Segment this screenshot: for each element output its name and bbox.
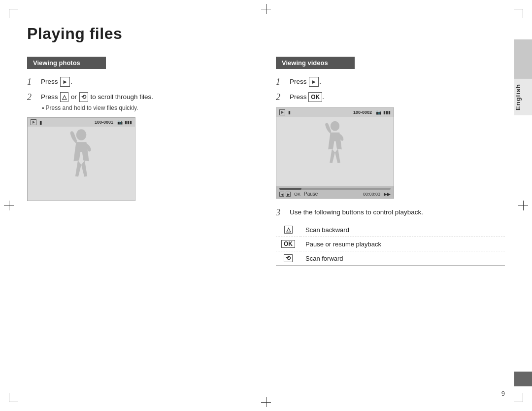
step-number-1: 1 [27,77,41,87]
pause-label: Pause [304,191,318,197]
columns-container: Viewing photos 1 Press ►. 2 Press △ or ⟲… [27,57,505,266]
video-step-number-1: 1 [276,77,290,87]
controls-section: 3 Use the following buttons to control p… [276,207,505,266]
control-row-1: △ Scan backward [276,223,505,237]
scan-back-btn: △ [284,226,293,234]
step-2-note: Press and hold to view files quickly. [41,103,153,112]
photo-file-name: 100-0001 [95,120,113,125]
nav-back-btn: ◀ [279,192,284,197]
corner-mark-br [514,393,523,402]
video-step-3: 3 Use the following buttons to control p… [276,207,505,218]
person-silhouette [62,127,101,191]
control-row-3: ⟲ Scan forward [276,251,505,266]
ok-ctrl-btn: OK [281,240,295,248]
video-thumb-header: ▮ 100-0002 📷 ▮▮▮ [276,108,394,117]
step-2-content: Press △ or ⟲ to scroll through files. Pr… [41,92,153,112]
svg-point-0 [76,130,87,141]
language-tab: English [514,39,532,115]
video-thumb-play-icon [279,109,285,115]
crosshair-right [518,201,528,210]
corner-mark-tr [514,9,523,18]
control-row-2: OK Pause or resume playback [276,237,505,251]
photo-thumbnail: ▮ 100-0001 📷 ▮▮▮ [27,117,135,201]
step-1-content: Press ►. [41,77,72,87]
control-desc-1: Scan backward [300,223,505,237]
viewing-videos-header: Viewing videos [276,57,355,69]
page-number: 9 [501,390,505,397]
crosshair-bottom [261,397,271,407]
ok-button-icon: OK [308,92,322,102]
video-thumb-separator: ▮ [288,110,291,115]
video-thumbnail: ▮ 100-0002 📷 ▮▮▮ [276,107,394,199]
thumb-play-icon [31,119,36,125]
thumbnail-header: ▮ 100-0001 📷 ▮▮▮ [28,118,135,127]
play-button-icon: ► [60,77,70,87]
thumb-icons: 📷 [117,120,123,125]
video-controls-bar: ◀ ▶ OK Pause 00:00:03 ▶▶ [276,186,394,198]
video-step-1-content: Press ►. [290,77,321,87]
control-icon-3: ⟲ [276,251,300,266]
main-content: Playing files Viewing photos 1 Press ►. … [27,25,505,386]
video-step-2: 2 Press OK. [276,92,505,103]
video-file-name: 100-0002 [353,110,372,115]
tab-top [514,39,532,79]
viewing-photos-column: Viewing photos 1 Press ►. 2 Press △ or ⟲… [27,57,256,266]
nav-ff-btn: ▶▶ [384,192,391,197]
ok-label: OK [294,192,300,197]
scroll-button-icon: △ [60,92,68,102]
battery-indicator: ▮▮▮ [125,120,132,125]
step-number-2: 2 [27,92,41,103]
video-nav: ◀ ▶ OK Pause 00:00:03 ▶▶ [279,191,391,197]
video-step-3-content: Use the following buttons to control pla… [290,207,423,217]
video-step-1: 1 Press ►. [276,77,505,87]
video-play-icon: ► [309,77,319,87]
viewing-videos-column: Viewing videos 1 Press ►. 2 Press OK. ▮ [276,57,505,266]
video-step-2-content: Press OK. [290,92,324,102]
nav-forward-btn: ▶ [286,192,291,197]
time-code: 00:00:03 [363,192,380,197]
crosshair-left [4,201,14,210]
controls-table: △ Scan backward OK Pause or resume playb… [276,223,505,266]
scan-fwd-btn: ⟲ [284,254,293,262]
progress-bar [279,188,391,190]
video-battery: ▮▮▮ [383,110,391,115]
corner-mark-tl [9,9,18,18]
page-title: Playing files [27,25,505,43]
tab-label: English [514,79,532,115]
corner-mark-bl [9,393,18,402]
video-step-number-2: 2 [276,92,290,103]
control-icon-1: △ [276,223,300,237]
tab-bottom-bar [514,372,532,386]
video-thumb-icons: 📷 [376,110,381,115]
thumb-separator: ▮ [39,120,42,125]
photos-step-2: 2 Press △ or ⟲ to scroll through files. … [27,92,256,112]
crosshair-top [261,4,271,14]
viewing-photos-header: Viewing photos [27,57,106,69]
rotate-button-icon: ⟲ [79,92,88,102]
svg-point-1 [331,121,339,131]
photos-step-1: 1 Press ►. [27,77,256,87]
control-icon-2: OK [276,237,300,251]
control-desc-2: Pause or resume playback [300,237,505,251]
control-desc-3: Scan forward [300,251,505,266]
video-person-silhouette [318,119,352,176]
progress-fill [279,188,301,190]
video-step-number-3: 3 [276,207,290,218]
